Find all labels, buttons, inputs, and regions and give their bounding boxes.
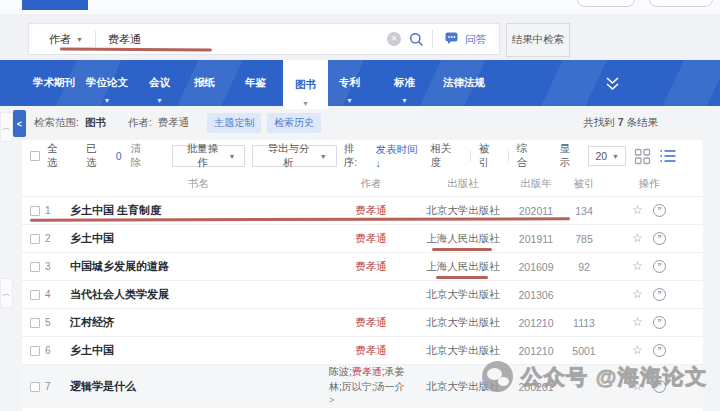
row-checkbox[interactable]	[30, 262, 40, 272]
row-checkbox[interactable]	[30, 206, 40, 216]
favorite-icon[interactable]: ☆	[632, 232, 643, 245]
cited-count[interactable]: 785	[561, 233, 607, 245]
row-checkbox[interactable]	[30, 290, 40, 300]
chevron-up-icon: ︿	[3, 122, 11, 133]
cited-count[interactable]: 1113	[561, 317, 607, 329]
top-strip	[0, 0, 720, 14]
search-icon[interactable]	[409, 32, 424, 47]
watermark: 公众号 @海海论文	[482, 361, 708, 392]
scope-range-value: 图书	[85, 116, 106, 130]
book-title-link[interactable]: 江村经济	[70, 316, 114, 328]
scope-range-label: 检索范围:	[34, 116, 79, 130]
quote-icon[interactable]: ”	[653, 260, 666, 273]
database-tabs: 学术期刊 学位论文 ▼ 会议 ▼ 报纸 年鉴 图书 ▼ 专利 ▼ 标准 ▼ 法律…	[0, 60, 720, 106]
chevron-down-icon: ▼	[228, 153, 235, 160]
arrow-down-icon: ↓	[375, 157, 380, 169]
select-all-checkbox[interactable]	[30, 151, 40, 161]
expand-authors-icon[interactable]: >	[329, 394, 415, 407]
table-row: 2 乡土中国 费孝通 上海人民出版社 201911 785 ☆”	[22, 224, 703, 252]
tab-dissertations[interactable]: 学位论文 ▼	[83, 60, 131, 106]
favorite-icon[interactable]: ☆	[632, 316, 643, 329]
favorite-icon[interactable]: ☆	[632, 288, 643, 301]
cited-count[interactable]: 134	[561, 205, 607, 217]
author-link[interactable]: 费孝通	[355, 204, 387, 216]
year-cell: 201609	[511, 261, 561, 273]
year-cell: 201306	[511, 289, 561, 301]
tab-newspapers[interactable]: 报纸	[191, 60, 218, 106]
tab-standards[interactable]: 标准 ▼	[391, 60, 418, 106]
tab-patents[interactable]: 专利 ▼	[336, 60, 363, 106]
topic-customize-button[interactable]: 主题定制	[207, 113, 261, 133]
selected-label: 已选	[86, 142, 107, 170]
sidebar-collapse-button[interactable]: <	[13, 110, 26, 137]
favorite-icon[interactable]: ☆	[632, 260, 643, 273]
book-title-link[interactable]: 乡土中国	[70, 344, 114, 356]
tab-yearbooks[interactable]: 年鉴	[242, 60, 269, 106]
chevron-down-icon: ▼	[104, 97, 111, 104]
col-header-ops: 操作	[607, 177, 691, 191]
scope-author-value: 费孝通	[158, 116, 190, 130]
batch-operations-button[interactable]: 批量操作 ▼	[172, 145, 246, 167]
table-row: 4 当代社会人类学发展 北京大学出版社 201306 ☆”	[22, 280, 703, 308]
quote-icon[interactable]: ”	[653, 316, 666, 329]
side-collapse-bottom[interactable]: ︿	[0, 278, 13, 308]
header-remnant	[22, 0, 88, 10]
sort-by-date[interactable]: 发表时间↓	[375, 143, 422, 169]
tab-conferences[interactable]: 会议 ▼	[146, 60, 173, 106]
quote-icon[interactable]: ”	[653, 232, 666, 245]
publisher-cell: 上海人民出版社	[415, 260, 511, 274]
list-view-icon[interactable]	[659, 148, 677, 164]
sort-by-comprehensive[interactable]: 综合	[517, 142, 538, 170]
row-checkbox[interactable]	[30, 318, 40, 328]
author-link[interactable]: 费孝通	[355, 232, 387, 244]
select-all-label[interactable]: 全选	[47, 142, 68, 170]
author-link[interactable]: 费孝通	[355, 344, 387, 356]
book-title-link[interactable]: 中国城乡发展的道路	[70, 260, 169, 272]
search-field-label: 作者	[49, 32, 71, 47]
tab-academic-journals[interactable]: 学术期刊	[30, 60, 78, 106]
chevron-down-icon: ▼	[346, 97, 353, 104]
author-link[interactable]: 费孝通	[355, 260, 387, 272]
row-checkbox[interactable]	[30, 382, 40, 392]
side-collapse-top[interactable]: ︿	[0, 112, 13, 142]
quote-icon[interactable]: ”	[653, 204, 666, 217]
search-input[interactable]	[96, 33, 387, 45]
row-checkbox[interactable]	[30, 234, 40, 244]
chevron-up-icon: ︿	[3, 288, 11, 299]
export-analyze-button[interactable]: 导出与分析 ▼	[252, 145, 336, 167]
chevron-double-down-icon[interactable]	[604, 76, 621, 91]
book-title-link[interactable]: 乡土中国 生育制度	[70, 204, 161, 216]
quote-icon[interactable]: ”	[653, 344, 666, 357]
sort-by-relevance[interactable]: 相关度	[430, 142, 461, 170]
search-field-select[interactable]: 作者 ▼	[29, 32, 95, 47]
year-cell: 201210	[511, 345, 561, 357]
clear-selection-button[interactable]: 清除	[131, 142, 152, 170]
page-size-select[interactable]: 20 ▼	[588, 146, 626, 166]
author-link[interactable]: 费孝通	[352, 366, 382, 377]
favorite-icon[interactable]: ☆	[632, 344, 643, 357]
grid-view-icon[interactable]	[634, 148, 651, 165]
book-title-link[interactable]: 逻辑学是什么	[70, 380, 136, 392]
search-in-results-button[interactable]: 结果中检索	[506, 23, 570, 57]
qa-button[interactable]: 问答	[432, 30, 499, 48]
row-checkbox[interactable]	[30, 346, 40, 356]
publisher-cell: 北京大学出版社	[415, 204, 511, 218]
quote-icon[interactable]: ”	[653, 288, 666, 301]
annotation-underline-publisher2	[432, 248, 492, 251]
cited-count[interactable]: 5001	[561, 345, 607, 357]
sort-by-cited[interactable]: 被引	[479, 142, 500, 170]
top-button-remnant[interactable]	[649, 0, 713, 7]
col-header-author: 作者	[327, 177, 415, 191]
book-title-link[interactable]: 当代社会人类学发展	[70, 288, 169, 300]
search-history-button[interactable]: 检索历史	[267, 113, 321, 133]
tab-laws[interactable]: 法律法规	[440, 60, 488, 106]
cited-count[interactable]: 92	[561, 261, 607, 273]
favorite-icon[interactable]: ☆	[632, 204, 643, 217]
author-link[interactable]: 费孝通	[355, 316, 387, 328]
book-title-link[interactable]: 乡土中国	[70, 232, 114, 244]
annotation-underline-publisher3	[436, 276, 488, 279]
clear-icon[interactable]: ✕	[387, 32, 401, 46]
tab-books[interactable]: 图书 ▼	[283, 60, 328, 109]
top-button-remnant[interactable]	[577, 0, 635, 7]
scope-bar: 检索范围: 图书 作者: 费孝通 主题定制 检索历史 共找到7条结果	[0, 106, 720, 140]
